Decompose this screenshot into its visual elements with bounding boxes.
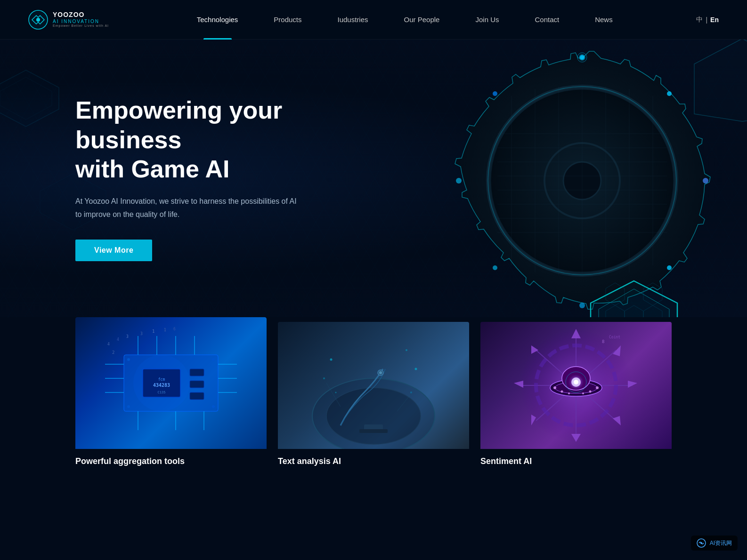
svg-point-13 [703,178,708,184]
cards-grid: fcm 434283 C135 2 4 [75,317,672,470]
svg-text:2: 2 [112,350,114,355]
svg-point-78 [326,388,421,444]
card-image-1: fcm 434283 C135 2 4 [75,317,267,449]
logo-sub: AI Innovation [53,19,109,24]
svg-text:1: 1 [152,329,154,334]
nav-language: 中 | En [696,16,719,24]
svg-rect-63 [190,392,204,400]
svg-point-17 [493,265,497,270]
svg-text:3: 3 [140,332,143,336]
svg-point-18 [579,303,585,308]
nav-links: Technologies Products Iudustries Our Peo… [113,0,696,40]
lang-sep: | [706,16,707,24]
svg-rect-61 [190,369,204,376]
svg-point-10 [579,55,585,60]
card-image-2 [278,322,469,449]
hero-content: Empowering your business with Game AI At… [0,96,330,261]
svg-point-86 [406,349,407,351]
card-aggregation[interactable]: fcm 434283 C135 2 4 [75,317,267,470]
card-2-label: Text analysis AI [278,449,469,470]
gear-visual [398,40,747,317]
svg-point-115 [574,380,578,384]
svg-point-118 [568,392,570,394]
navbar: YOOZOO AI Innovation Empower Better Live… [0,0,747,40]
svg-point-121 [596,386,599,389]
svg-point-84 [323,377,325,379]
svg-point-117 [561,391,563,393]
svg-point-116 [553,386,556,389]
card-image-3: 8 Coint [480,322,672,449]
svg-point-68 [212,405,215,408]
svg-text:4: 4 [117,337,119,342]
svg-point-66 [212,358,215,361]
nav-item-technologies[interactable]: Technologies [179,0,256,40]
svg-marker-106 [514,381,523,388]
svg-point-85 [335,392,337,393]
logo[interactable]: YOOZOO AI Innovation Empower Better Live… [28,10,113,30]
nav-item-contact[interactable]: Contact [517,0,577,40]
card-text-analysis[interactable]: Text analysis AI [278,317,469,470]
svg-point-82 [379,371,382,374]
text-analysis-image [278,322,469,449]
svg-point-83 [330,359,333,361]
svg-rect-62 [190,381,204,388]
nav-item-news[interactable]: News [577,0,631,40]
card-sentiment-ai[interactable]: 8 Coint Sentiment AI [480,317,672,470]
svg-text:6: 6 [173,327,176,331]
svg-point-15 [456,178,462,184]
svg-point-67 [127,405,130,408]
lang-cn[interactable]: 中 [696,16,703,24]
nav-item-ourpeople[interactable]: Our People [386,0,458,40]
nav-item-products[interactable]: Products [256,0,319,40]
svg-point-12 [667,91,672,96]
svg-point-16 [493,91,497,96]
logo-brand: YOOZOO [53,11,109,18]
svg-marker-102 [628,381,637,388]
nav-item-industries[interactable]: Iudustries [320,0,386,40]
lang-en[interactable]: En [710,16,719,24]
svg-marker-42 [694,40,747,121]
svg-point-64 [133,355,190,411]
svg-rect-80 [359,429,388,433]
svg-text:8: 8 [602,339,604,344]
circuit-board-image: fcm 434283 C135 2 4 [75,317,267,449]
view-more-button[interactable]: View More [75,240,152,261]
nav-item-joinus[interactable]: Join Us [457,0,517,40]
svg-point-120 [589,391,592,393]
svg-text:4: 4 [107,342,110,346]
card-3-label: Sentiment AI [480,449,672,470]
svg-point-14 [667,265,672,270]
svg-point-87 [415,368,417,370]
svg-text:Coint: Coint [609,335,620,339]
hero-subtitle: At Yoozoo AI Innovation, we strive to ha… [75,195,301,220]
svg-point-65 [127,358,130,361]
cards-section: fcm 434283 C135 2 4 [0,317,747,498]
svg-text:1: 1 [164,328,166,332]
card-1-label: Powerful aggregation tools [75,449,267,470]
logo-tagline: Empower Better Lives with AI [53,24,109,28]
svg-point-119 [582,392,584,394]
hero-title: Empowering your business with Game AI [75,96,330,184]
sentiment-ai-image: 8 Coint [480,322,672,449]
hero-section: Empowering your business with Game AI At… [0,40,747,317]
svg-point-1 [36,18,40,22]
svg-text:3: 3 [126,335,129,339]
logo-icon [28,10,48,30]
